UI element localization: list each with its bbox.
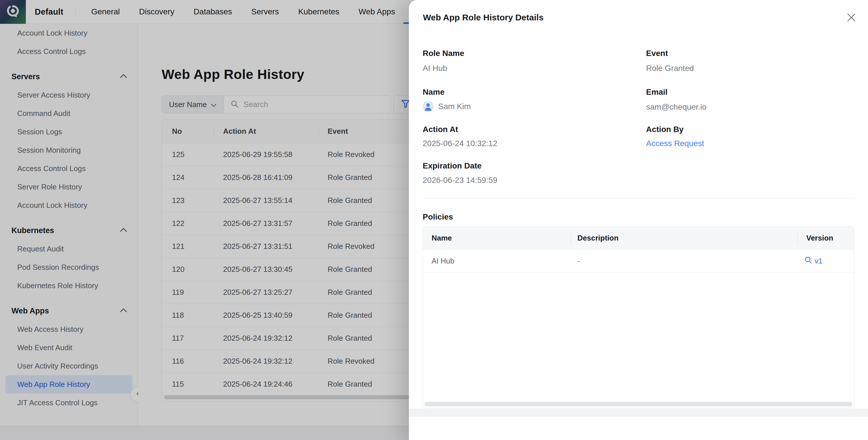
policies-column-name: Name: [432, 233, 452, 243]
action-by-label: Action By: [646, 125, 684, 134]
event-value: Role Granted: [646, 64, 694, 73]
policy-version-link[interactable]: v1: [804, 256, 823, 266]
details-panel-title: Web App Role History Details: [423, 12, 544, 22]
details-panel: Web App Role History Details Role Name A…: [409, 0, 868, 440]
policies-horizontal-scrollbar[interactable]: [424, 402, 852, 406]
role-name-value: AI Hub: [423, 64, 447, 73]
action-at-value: 2025-06-24 10:32:12: [423, 139, 497, 148]
action-by-link[interactable]: Access Request: [646, 139, 704, 148]
policies-column-version: Version: [806, 233, 833, 243]
user-name-text: Sam Kim: [438, 102, 471, 111]
magnifier-icon: [804, 256, 812, 266]
event-label: Event: [646, 49, 668, 58]
policies-header-row: Name Description Version: [423, 227, 854, 250]
policies-body: AI Hub - v1: [423, 250, 854, 273]
role-name-label: Role Name: [423, 49, 464, 58]
policy-version-text: v1: [815, 257, 823, 265]
name-value: Sam Kim: [423, 101, 471, 112]
close-icon: [846, 12, 857, 24]
policies-section-title: Policies: [423, 212, 453, 222]
expiration-date-label: Expiration Date: [423, 161, 482, 170]
section-divider: [423, 198, 854, 198]
policies-table: Name Description Version AI Hub - v1: [423, 226, 854, 408]
panel-bottom-band: [409, 409, 868, 417]
expiration-date-value: 2026-06-23 14:59:59: [423, 176, 497, 185]
email-label: Email: [646, 88, 668, 97]
policy-description: -: [578, 257, 580, 265]
close-button[interactable]: [846, 12, 857, 24]
column-divider: [797, 232, 798, 244]
policy-name: AI Hub: [432, 257, 455, 265]
action-at-label: Action At: [423, 125, 458, 134]
policy-row: AI Hub - v1: [423, 250, 854, 273]
name-label: Name: [423, 88, 444, 97]
user-avatar: [423, 101, 434, 112]
email-value: sam@chequer.io: [646, 102, 707, 112]
policies-column-description: Description: [578, 233, 618, 243]
column-divider: [570, 232, 571, 244]
